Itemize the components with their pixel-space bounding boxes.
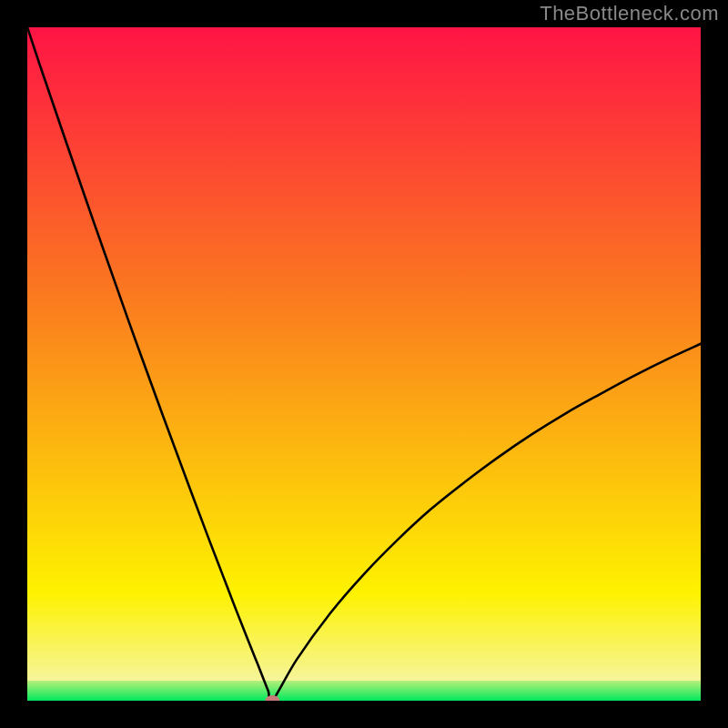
- bottleneck-chart: [27, 27, 701, 701]
- chart-background: [27, 27, 701, 701]
- chart-frame: TheBottleneck.com: [0, 0, 728, 728]
- watermark-text: TheBottleneck.com: [540, 2, 719, 25]
